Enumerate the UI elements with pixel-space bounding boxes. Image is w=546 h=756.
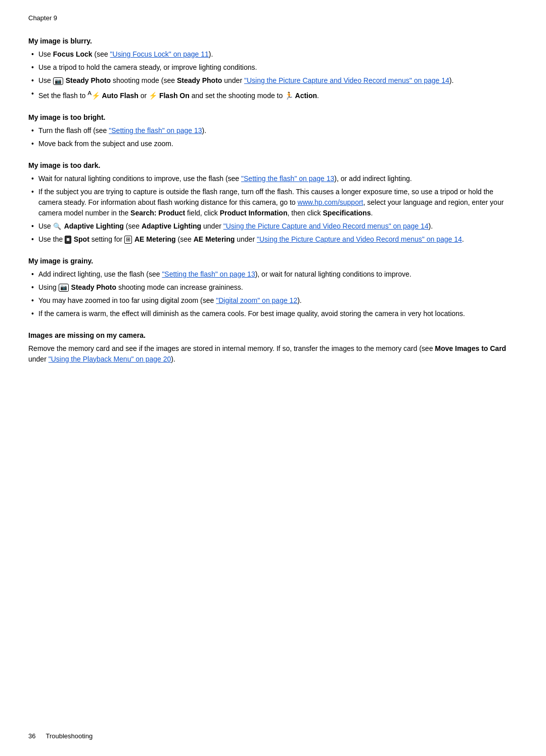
footer-section-title: Troubleshooting [46, 732, 93, 740]
spot-icon: ■ [65, 236, 71, 243]
page-container: Chapter 9 My image is blurry. Use Focus … [0, 0, 546, 407]
list-item: Use 🔍 Adaptive Lighting (see Adaptive Li… [28, 221, 518, 232]
bullet-list-grainy: Add indirect lighting, use the flash (se… [28, 269, 518, 319]
chapter-label: Chapter 9 [28, 14, 57, 22]
bullet-list-too-bright: Turn the flash off (see "Setting the fla… [28, 125, 518, 149]
playback-menu-link[interactable]: "Using the Playback Menu" on page 20 [49, 355, 171, 363]
ae-metering-icon: ⊞ [124, 236, 132, 243]
list-item: Use Focus Lock (see "Using Focus Lock" o… [28, 49, 518, 60]
list-item: Use a tripod to hold the camera steady, … [28, 62, 518, 73]
missing-images-para: Remove the memory card and see if the im… [28, 343, 518, 365]
list-item: Use the ■ Spot setting for ⊞ AE Metering… [28, 234, 518, 245]
section-title-too-dark: My image is too dark. [28, 161, 518, 169]
picture-capture-link-2[interactable]: "Using the Picture Capture and Video Rec… [223, 222, 429, 230]
chapter-header: Chapter 9 [28, 14, 518, 22]
list-item: Wait for natural lighting conditions to … [28, 173, 518, 184]
setting-flash-link-1[interactable]: "Setting the flash" on page 13 [109, 126, 202, 135]
setting-flash-link-2[interactable]: "Setting the flash" on page 13 [241, 174, 334, 183]
hp-support-link[interactable]: www.hp.com/support [298, 198, 363, 206]
section-title-grainy: My image is grainy. [28, 257, 518, 265]
list-item: Using 📷 Steady Photo shooting mode can i… [28, 282, 518, 293]
section-blurry: My image is blurry. Use Focus Lock (see … [28, 37, 518, 101]
section-title-too-bright: My image is too bright. [28, 113, 518, 121]
bullet-list-blurry: Use Focus Lock (see "Using Focus Lock" o… [28, 49, 518, 101]
list-item: You may have zoomed in too far using dig… [28, 295, 518, 306]
section-missing-images: Images are missing on my camera. Remove … [28, 331, 518, 365]
adaptive-lighting-icon: 🔍 [53, 221, 61, 232]
list-item: If the subject you are trying to capture… [28, 187, 518, 218]
page-footer: 36 Troubleshooting [28, 732, 518, 740]
picture-capture-link-1[interactable]: "Using the Picture Capture and Video Rec… [244, 76, 449, 84]
digital-zoom-link[interactable]: "Digital zoom" on page 12 [216, 296, 297, 304]
steady-photo-icon: 📷 [53, 77, 63, 85]
section-too-dark: My image is too dark. Wait for natural l… [28, 161, 518, 245]
list-item: Turn the flash off (see "Setting the fla… [28, 125, 518, 136]
list-item: Add indirect lighting, use the flash (se… [28, 269, 518, 280]
focus-lock-link[interactable]: "Using Focus Lock" on page 11 [110, 50, 209, 58]
list-item: Move back from the subject and use zoom. [28, 139, 518, 149]
list-item: Use 📷 Steady Photo shooting mode (see St… [28, 75, 518, 86]
setting-flash-link-3[interactable]: "Setting the flash" on page 13 [162, 270, 255, 278]
picture-capture-link-3[interactable]: "Using the Picture Capture and Video Rec… [257, 235, 462, 243]
list-item: If the camera is warm, the effect will d… [28, 308, 518, 319]
steady-photo-icon-2: 📷 [59, 284, 69, 291]
section-grainy: My image is grainy. Add indirect lightin… [28, 257, 518, 319]
section-title-missing-images: Images are missing on my camera. [28, 331, 518, 339]
bullet-list-too-dark: Wait for natural lighting conditions to … [28, 173, 518, 245]
section-title-blurry: My image is blurry. [28, 37, 518, 45]
list-item: Set the flash to A⚡ Auto Flash or ⚡ Flas… [28, 88, 518, 101]
footer-page-number: 36 [28, 732, 35, 740]
section-too-bright: My image is too bright. Turn the flash o… [28, 113, 518, 149]
